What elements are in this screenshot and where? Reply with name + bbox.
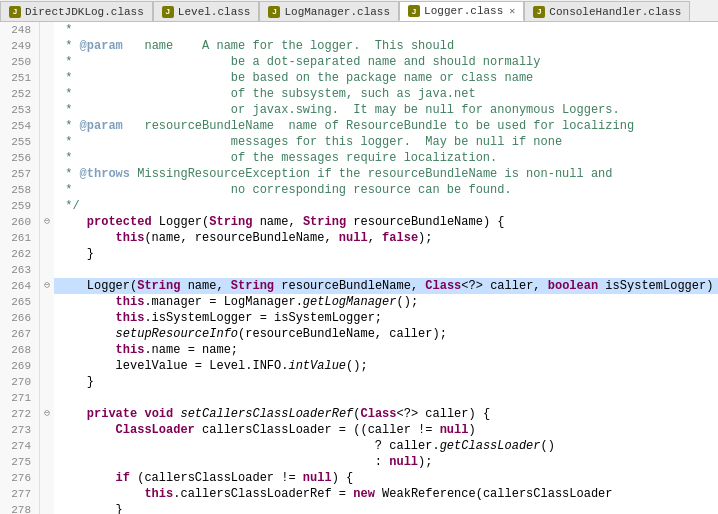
tab-icon: J: [268, 6, 280, 18]
line-content: * @param name A name for the logger. Thi…: [54, 38, 718, 54]
line-content: }: [54, 246, 718, 262]
line-content: [54, 262, 718, 278]
fold-marker: [40, 102, 54, 118]
line-number: 248: [0, 22, 40, 38]
fold-marker: [40, 182, 54, 198]
line-content: Logger(String name, String resourceBundl…: [54, 278, 718, 294]
line-number: 273: [0, 422, 40, 438]
table-row: 265 this.manager = LogManager.getLogMana…: [0, 294, 718, 310]
fold-marker: [40, 438, 54, 454]
line-number: 258: [0, 182, 40, 198]
table-row: 262 }: [0, 246, 718, 262]
tab-DirectJDKLog-class[interactable]: JDirectJDKLog.class: [0, 1, 153, 21]
fold-marker: [40, 22, 54, 38]
line-number: 269: [0, 358, 40, 374]
fold-marker: [40, 198, 54, 214]
table-row: 256 * of the messages require localizati…: [0, 150, 718, 166]
table-row: 250 * be a dot-separated name and should…: [0, 54, 718, 70]
line-content: */: [54, 198, 718, 214]
table-row: 260⊖ protected Logger(String name, Strin…: [0, 214, 718, 230]
tab-LogManager-class[interactable]: JLogManager.class: [259, 1, 399, 21]
fold-marker[interactable]: ⊖: [40, 406, 54, 422]
line-number: 263: [0, 262, 40, 278]
fold-marker: [40, 422, 54, 438]
fold-marker: [40, 294, 54, 310]
tab-label: Logger.class: [424, 5, 503, 17]
line-content: if (callersClassLoader != null) {: [54, 470, 718, 486]
tab-label: DirectJDKLog.class: [25, 6, 144, 18]
table-row: 266 this.isSystemLogger = isSystemLogger…: [0, 310, 718, 326]
line-content: * messages for this logger. May be null …: [54, 134, 718, 150]
table-row: 258 * no corresponding resource can be f…: [0, 182, 718, 198]
line-content: this.name = name;: [54, 342, 718, 358]
fold-marker: [40, 486, 54, 502]
line-content: * or javax.swing. It may be null for ano…: [54, 102, 718, 118]
table-row: 252 * of the subsystem, such as java.net: [0, 86, 718, 102]
line-number: 272: [0, 406, 40, 422]
tab-bar: JDirectJDKLog.classJLevel.classJLogManag…: [0, 0, 718, 22]
table-row: 248 *: [0, 22, 718, 38]
table-row: 263: [0, 262, 718, 278]
line-content: : null);: [54, 454, 718, 470]
fold-marker: [40, 134, 54, 150]
fold-marker[interactable]: ⊖: [40, 278, 54, 294]
line-number: 268: [0, 342, 40, 358]
tab-icon: J: [533, 6, 545, 18]
table-row: 273 ClassLoader callersClassLoader = ((c…: [0, 422, 718, 438]
line-number: 266: [0, 310, 40, 326]
fold-marker: [40, 230, 54, 246]
fold-marker: [40, 246, 54, 262]
tab-icon: J: [9, 6, 21, 18]
line-number: 274: [0, 438, 40, 454]
line-content: levelValue = Level.INFO.intValue();: [54, 358, 718, 374]
fold-marker[interactable]: ⊖: [40, 214, 54, 230]
tab-close-icon[interactable]: ✕: [509, 5, 515, 17]
line-content: ClassLoader callersClassLoader = ((calle…: [54, 422, 718, 438]
tab-Level-class[interactable]: JLevel.class: [153, 1, 260, 21]
fold-marker: [40, 166, 54, 182]
line-content: this.isSystemLogger = isSystemLogger;: [54, 310, 718, 326]
table-row: 269 levelValue = Level.INFO.intValue();: [0, 358, 718, 374]
tab-label: ConsoleHandler.class: [549, 6, 681, 18]
tab-icon: J: [162, 6, 174, 18]
fold-marker: [40, 38, 54, 54]
fold-marker: [40, 358, 54, 374]
line-number: 275: [0, 454, 40, 470]
line-content: * @param resourceBundleName name of Reso…: [54, 118, 718, 134]
line-content: this.callersClassLoaderRef = new WeakRef…: [54, 486, 718, 502]
fold-marker: [40, 70, 54, 86]
tab-label: LogManager.class: [284, 6, 390, 18]
tab-icon: J: [408, 5, 420, 17]
fold-marker: [40, 390, 54, 406]
line-content: ? caller.getClassLoader(): [54, 438, 718, 454]
line-content: }: [54, 502, 718, 514]
line-number: 250: [0, 54, 40, 70]
fold-marker: [40, 262, 54, 278]
line-number: 255: [0, 134, 40, 150]
tab-ConsoleHandler-class[interactable]: JConsoleHandler.class: [524, 1, 690, 21]
line-content: private void setCallersClassLoaderRef(Cl…: [54, 406, 718, 422]
fold-marker: [40, 502, 54, 514]
line-content: * @throws MissingResourceException if th…: [54, 166, 718, 182]
line-content: * be a dot-separated name and should nor…: [54, 54, 718, 70]
line-number: 251: [0, 70, 40, 86]
table-row: 271: [0, 390, 718, 406]
line-content: * of the subsystem, such as java.net: [54, 86, 718, 102]
table-row: 251 * be based on the package name or cl…: [0, 70, 718, 86]
table-row: 259 */: [0, 198, 718, 214]
line-number: 276: [0, 470, 40, 486]
line-content: this(name, resourceBundleName, null, fal…: [54, 230, 718, 246]
line-content: setupResourceInfo(resourceBundleName, ca…: [54, 326, 718, 342]
line-content: * of the messages require localization.: [54, 150, 718, 166]
fold-marker: [40, 454, 54, 470]
line-number: 270: [0, 374, 40, 390]
code-area: 248 *249 * @param name A name for the lo…: [0, 22, 718, 514]
table-row: 276 if (callersClassLoader != null) {: [0, 470, 718, 486]
line-number: 259: [0, 198, 40, 214]
line-number: 249: [0, 38, 40, 54]
tab-Logger-class[interactable]: JLogger.class✕: [399, 1, 524, 21]
line-number: 254: [0, 118, 40, 134]
line-number: 264: [0, 278, 40, 294]
fold-marker: [40, 150, 54, 166]
line-content: this.manager = LogManager.getLogManager(…: [54, 294, 718, 310]
